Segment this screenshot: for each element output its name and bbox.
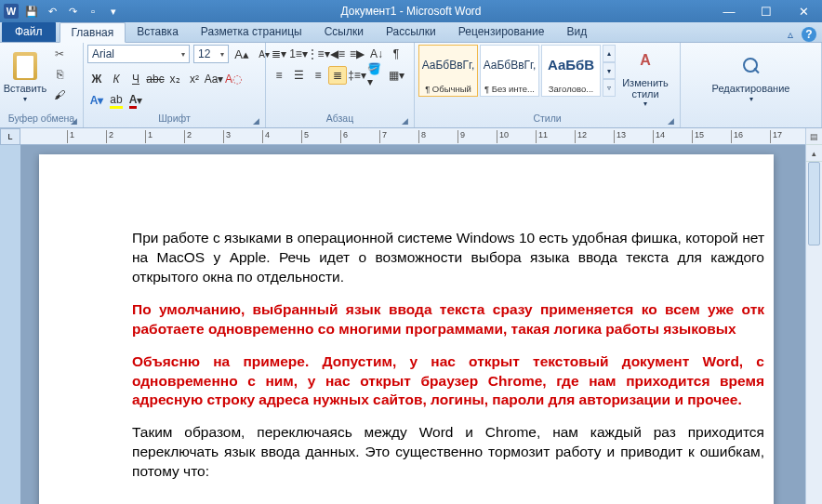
font-color-icon[interactable]: A▾ — [126, 91, 145, 110]
numbering-icon[interactable]: 1≡▾ — [289, 45, 308, 63]
close-button[interactable]: ✕ — [785, 0, 822, 22]
group-label-editing — [684, 113, 817, 127]
paste-label: Вставить — [4, 83, 47, 94]
tab-review[interactable]: Рецензирование — [447, 21, 556, 42]
paragraph-2[interactable]: По умолчанию, выбранный язык ввода текст… — [132, 300, 764, 339]
scrollbar-thumb[interactable] — [808, 162, 820, 245]
group-paragraph: ≣▾ 1≡▾ ⋮≡▾ ◀≡ ≡▶ A↓ ¶ ≡ ☰ ≡ ≣ ‡≡▾ 🪣▾ ▦▾ … — [266, 43, 415, 127]
font-name-combo[interactable]: Arial▾ — [87, 45, 190, 63]
tab-references[interactable]: Ссылки — [313, 21, 375, 42]
document-page[interactable]: При работе с языками в операционной сист… — [39, 154, 774, 504]
ribbon-help-area: ▵ ? — [783, 27, 822, 42]
minimize-button[interactable]: — — [710, 0, 748, 22]
decrease-indent-icon[interactable]: ◀≡ — [328, 45, 347, 63]
bold-button[interactable]: Ж — [87, 70, 106, 88]
group-label-styles: Стили◢ — [418, 113, 676, 127]
vertical-ruler-column: L — [0, 128, 20, 504]
clear-formatting-icon[interactable]: A◌ — [224, 70, 243, 88]
help-icon[interactable]: ? — [802, 27, 816, 42]
underline-button[interactable]: Ч — [126, 70, 145, 88]
quick-access-toolbar: W 💾 ↶ ↷ ▫ ▾ — [0, 4, 121, 19]
document-viewport[interactable]: При работе с языками в операционной сист… — [20, 145, 805, 504]
change-styles-icon: A — [630, 46, 660, 75]
shading-icon[interactable]: 🪣▾ — [367, 66, 386, 85]
styles-scroller: ▴ ▾ ▿ — [603, 45, 616, 97]
justify-icon[interactable]: ≣ — [328, 66, 347, 85]
text-effects-icon[interactable]: A▾ — [87, 91, 106, 110]
style-heading1[interactable]: АаБбВ Заголово... — [541, 45, 601, 97]
title-bar: W 💾 ↶ ↷ ▫ ▾ Документ1 - Microsoft Word —… — [0, 0, 822, 22]
qat-redo-icon[interactable]: ↷ — [65, 4, 80, 19]
tab-mailings[interactable]: Рассылки — [375, 21, 447, 42]
qat-new-icon[interactable]: ▫ — [86, 4, 100, 19]
window-controls: — ☐ ✕ — [710, 0, 822, 22]
cut-icon[interactable]: ✂ — [50, 45, 69, 63]
group-styles: АаБбВвГг, ¶ Обычный АаБбВвГг, ¶ Без инте… — [415, 43, 681, 127]
superscript-button[interactable]: x² — [185, 70, 204, 88]
strikethrough-button[interactable]: abc — [146, 70, 165, 88]
styles-launcher-icon[interactable]: ◢ — [665, 115, 676, 126]
styles-expand-icon[interactable]: ▿ — [603, 79, 616, 97]
qat-dropdown-icon[interactable]: ▾ — [106, 4, 121, 19]
multilevel-list-icon[interactable]: ⋮≡▾ — [309, 45, 327, 63]
tab-view[interactable]: Вид — [555, 21, 598, 42]
styles-scroll-up-icon[interactable]: ▴ — [603, 45, 616, 62]
align-left-icon[interactable]: ≡ — [270, 66, 288, 85]
scrollbar-track[interactable] — [806, 162, 822, 504]
paragraph-launcher-icon[interactable]: ◢ — [399, 115, 410, 126]
group-label-paragraph: Абзац◢ — [270, 113, 410, 127]
format-painter-icon[interactable]: 🖌 — [50, 86, 69, 104]
maximize-button[interactable]: ☐ — [748, 0, 785, 22]
window-title: Документ1 - Microsoft Word — [340, 5, 481, 18]
ribbon-tabs: Файл Главная Вставка Разметка страницы С… — [0, 22, 822, 43]
bullets-icon[interactable]: ≣▾ — [270, 45, 288, 63]
paragraph-1[interactable]: При работе с языками в операционной сист… — [132, 229, 764, 287]
font-launcher-icon[interactable]: ◢ — [250, 115, 261, 126]
style-normal[interactable]: АаБбВвГг, ¶ Обычный — [418, 45, 478, 97]
paragraph-3[interactable]: Объясню на примере. Допустим, у нас откр… — [132, 352, 764, 411]
group-label-font: Шрифт◢ — [87, 113, 261, 127]
sort-icon[interactable]: A↓ — [367, 45, 386, 63]
find-icon — [736, 51, 766, 81]
vertical-scrollbar[interactable]: ▤ ▴ — [805, 128, 822, 504]
align-right-icon[interactable]: ≡ — [309, 66, 327, 85]
scroll-up-icon[interactable]: ▴ — [806, 145, 822, 162]
document-body[interactable]: При работе с языками в операционной сист… — [132, 229, 764, 482]
group-clipboard: Вставить ▾ ✂ ⎘ 🖌 Буфер обмена◢ — [0, 43, 84, 127]
paste-button[interactable]: Вставить ▾ — [4, 45, 46, 110]
increase-indent-icon[interactable]: ≡▶ — [348, 45, 366, 63]
line-spacing-icon[interactable]: ‡≡▾ — [348, 66, 366, 85]
editing-button[interactable]: Редактирование ▾ — [711, 45, 791, 110]
paragraph-4[interactable]: Таким образом, переключаясь между Word и… — [132, 423, 764, 482]
change-styles-label: Изменить стили — [621, 77, 670, 99]
group-font: Arial▾ 12▾ A▴ A▾ Ж К Ч abc x₂ x² Aa▾ A◌ … — [84, 43, 266, 127]
copy-icon[interactable]: ⎘ — [50, 65, 69, 84]
borders-icon[interactable]: ▦▾ — [387, 66, 405, 85]
highlight-color-icon[interactable]: ab — [107, 91, 126, 110]
word-app-icon[interactable]: W — [4, 4, 19, 19]
ruler-toggle-icon[interactable]: ▤ — [806, 128, 822, 145]
tab-page-layout[interactable]: Разметка страницы — [190, 21, 313, 42]
group-editing: Редактирование ▾ — [681, 43, 822, 127]
qat-undo-icon[interactable]: ↶ — [45, 4, 60, 19]
subscript-button[interactable]: x₂ — [166, 70, 184, 88]
tab-selector-button[interactable]: L — [0, 128, 20, 145]
show-marks-icon[interactable]: ¶ — [387, 45, 405, 63]
italic-button[interactable]: К — [107, 70, 126, 88]
minimize-ribbon-icon[interactable]: ▵ — [783, 27, 798, 42]
grow-font-icon[interactable]: A▴ — [232, 45, 251, 63]
tab-insert[interactable]: Вставка — [126, 21, 190, 42]
change-styles-button[interactable]: A Изменить стили ▾ — [619, 45, 671, 110]
tab-home[interactable]: Главная — [60, 22, 126, 43]
ribbon: Вставить ▾ ✂ ⎘ 🖌 Буфер обмена◢ Arial▾ 12… — [0, 43, 822, 128]
change-case-button[interactable]: Aa▾ — [205, 70, 223, 88]
file-tab[interactable]: Файл — [2, 21, 56, 42]
clipboard-launcher-icon[interactable]: ◢ — [68, 115, 79, 126]
style-no-spacing[interactable]: АаБбВвГг, ¶ Без инте... — [480, 45, 539, 97]
font-size-combo[interactable]: 12▾ — [193, 45, 229, 63]
styles-scroll-down-icon[interactable]: ▾ — [603, 62, 616, 80]
work-area: L 12 12 34 56 78 910 1112 1314 1516 17 П… — [0, 128, 822, 504]
align-center-icon[interactable]: ☰ — [289, 66, 308, 85]
horizontal-ruler[interactable]: 12 12 34 56 78 910 1112 1314 1516 17 — [20, 128, 805, 145]
qat-save-icon[interactable]: 💾 — [24, 4, 39, 19]
